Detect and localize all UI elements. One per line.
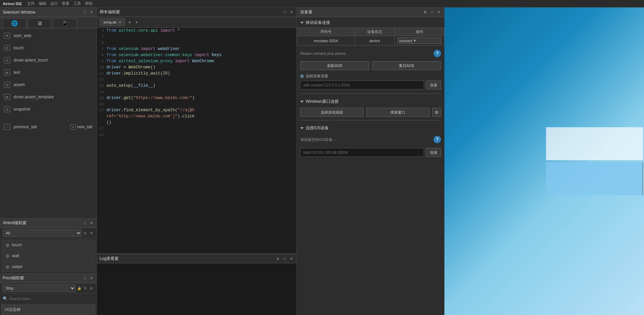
divider-1 xyxy=(300,94,441,94)
col-status: 设备状态 xyxy=(355,28,395,36)
code-line-6: 6 xyxy=(97,40,296,46)
poco-close-icon[interactable]: ✕ xyxy=(89,276,94,281)
menu-help[interactable]: 帮助 xyxy=(85,1,92,6)
restart-adb-btn[interactable]: 重启ADB xyxy=(372,61,441,70)
search-window-btn[interactable]: 搜索窗口 xyxy=(366,108,429,117)
connect-dropdown[interactable]: connect ▾ xyxy=(397,37,441,44)
editor-close-icon[interactable]: ✕ xyxy=(289,10,294,15)
ios-please-connect-row: 请连接您的iOS设备... ? xyxy=(297,133,444,146)
help-circle-mobile[interactable]: ? xyxy=(434,50,441,57)
divider-2 xyxy=(300,120,441,120)
log-viewer: Log查看窗 ⏸ □ ✕ xyxy=(97,254,296,315)
airtest-refresh-icon[interactable]: ↻ xyxy=(89,231,94,235)
connect-label: connect xyxy=(399,39,412,43)
poco-filter-select[interactable]: Stop xyxy=(3,284,75,292)
adb-buttons: 刷新ADB 重启ADB xyxy=(297,60,444,71)
ios-connect-btn[interactable]: 连接 xyxy=(426,148,441,157)
selenium-item-snapshot[interactable]: ◎ snapshot xyxy=(0,103,97,115)
airtest-filter-select[interactable]: All xyxy=(3,229,82,237)
device-minimize-icon[interactable]: □ xyxy=(429,10,434,15)
log-close-icon[interactable]: ✕ xyxy=(289,256,294,261)
code-line-15: 15 driver.get("https://www.baidu.com/") xyxy=(97,95,296,101)
poco-search-input[interactable] xyxy=(9,295,94,302)
selenium-item-text[interactable]: ▤ song.air text xyxy=(0,66,97,79)
selenium-item-previous-tab[interactable]: ← previous_tab + new_tab xyxy=(0,121,97,133)
airtest-wait-icon: ◎ xyxy=(6,253,9,258)
tab-monitor[interactable]: 🖥 xyxy=(28,18,52,28)
poco-panel: Poco辅助窗 □ ✕ Stop 🔒 ↻ ⎘ 🔍 UI渲染树 xyxy=(0,273,97,315)
poco-lock-icon[interactable]: 🔒 xyxy=(77,286,82,291)
editor-title: 脚本编辑窗 xyxy=(100,9,120,15)
device-window: 设备窗 ⊞ □ ✕ 移动设备连接 序列号 设备状态 操作 xyxy=(297,7,444,315)
airtest-item-wait[interactable]: ◎ wait xyxy=(1,251,95,261)
airtest-item-touch[interactable]: ◎ touch xyxy=(1,240,95,250)
code-line-18: 17 xyxy=(97,126,296,132)
remote-connect-btn[interactable]: 连接 xyxy=(426,81,441,89)
selenium-list: ✉ start_web ◎ touch ◎ driver.airtest_tou… xyxy=(0,28,97,218)
ios-remote-section: 连接 xyxy=(297,146,444,159)
device-reset-icon[interactable]: ⊞ xyxy=(423,10,427,15)
code-line-16: 16 xyxy=(97,101,296,107)
editor-tab-song[interactable]: song.air ✕ xyxy=(100,18,125,26)
minimize-icon[interactable]: □ xyxy=(82,10,87,15)
device-window-title: 设备窗 xyxy=(300,9,312,15)
close-icon[interactable]: ✕ xyxy=(89,10,94,15)
device-close-icon[interactable]: ✕ xyxy=(436,10,441,15)
selenium-item-start_web[interactable]: ✉ start_web xyxy=(0,30,97,42)
poco-tree-item[interactable]: UI渲染树 xyxy=(1,305,95,314)
menu-run[interactable]: 运行 xyxy=(50,1,58,6)
windows-extra-icon[interactable]: ⊞ xyxy=(432,108,441,117)
refresh-adb-btn[interactable]: 刷新ADB xyxy=(300,61,369,70)
ios-section-title: 连接iOS设备 xyxy=(297,122,444,133)
menu-tools[interactable]: 工具 xyxy=(73,1,81,6)
editor-add-tab-icon[interactable]: + xyxy=(127,20,132,24)
menu-edit[interactable]: 编辑 xyxy=(39,1,46,6)
remote-label: 远程设备连接 xyxy=(300,73,441,79)
poco-minimize-icon[interactable]: □ xyxy=(82,276,87,281)
editor-header: 脚本编辑窗 □ ✕ xyxy=(97,7,296,17)
remote-input-field[interactable] xyxy=(300,81,424,89)
device-action[interactable]: connect ▾ xyxy=(395,36,444,46)
assert-template-icon: ▤ xyxy=(4,94,10,100)
script-editor: 脚本编辑窗 □ ✕ song.air ✕ + ▾ 4 from airtest.… xyxy=(97,7,296,254)
poco-refresh-icon[interactable]: ↻ xyxy=(83,286,88,291)
tab-mobile[interactable]: 📱 xyxy=(53,18,77,28)
selenium-window-title: Selenium Window xyxy=(3,10,35,15)
windows-conn-buttons: 选择游戏画面 搜索窗口 ⊞ xyxy=(297,106,444,118)
airtest-copy-icon[interactable]: ⎘ xyxy=(83,231,88,235)
snapshot-icon: ◎ xyxy=(4,106,10,112)
middle-panel: 脚本编辑窗 □ ✕ song.air ✕ + ▾ 4 from airtest.… xyxy=(97,7,296,315)
airtest-close-icon[interactable]: ✕ xyxy=(89,221,94,226)
code-line-13: 13 auto_setup(__file__) xyxy=(97,83,296,89)
tab-close-icon[interactable]: ✕ xyxy=(119,20,121,24)
log-content xyxy=(97,263,296,315)
selenium-window-header: Selenium Window □ ✕ xyxy=(0,7,97,17)
radio-icon xyxy=(300,74,304,78)
airtest-item-swipe[interactable]: ◎ swipe xyxy=(1,262,95,272)
table-row: emulator-5554 device connect ▾ xyxy=(297,36,444,46)
menu-file[interactable]: 文件 xyxy=(27,1,35,6)
code-line-19: 18 xyxy=(97,132,296,138)
selenium-item-driver-assert-template[interactable]: ▤ driver.assert_template xyxy=(0,91,97,103)
ios-input-field[interactable] xyxy=(300,148,424,157)
log-pause-icon[interactable]: ⏸ xyxy=(275,256,280,261)
poco-panel-header: Poco辅助窗 □ ✕ xyxy=(0,273,97,283)
select-game-btn[interactable]: 选择游戏画面 xyxy=(300,108,363,117)
poco-copy-icon[interactable]: ⎘ xyxy=(89,286,94,291)
tab-globe[interactable]: 🌐 xyxy=(3,18,27,28)
editor-more-icon[interactable]: ▾ xyxy=(134,20,139,24)
please-connect-text: Please connect your phone... xyxy=(300,51,349,55)
log-minimize-icon[interactable]: □ xyxy=(282,256,287,261)
airtest-minimize-icon[interactable]: □ xyxy=(82,221,87,226)
selenium-item-assert[interactable]: ◎ assert xyxy=(0,79,97,91)
editor-minimize-icon[interactable]: □ xyxy=(282,10,287,15)
mobile-section-title: 移动设备连接 xyxy=(297,17,444,28)
menu-view[interactable]: 查看 xyxy=(62,1,69,6)
selenium-item-driver-airtest-touch[interactable]: ◎ driver.airtest_touch xyxy=(0,54,97,66)
selenium-item-touch[interactable]: ◎ touch xyxy=(0,42,97,54)
poco-tree-label: UI渲染树 xyxy=(4,307,21,313)
help-circle-ios[interactable]: ? xyxy=(434,136,441,143)
airtest-swipe-icon: ◎ xyxy=(6,264,9,269)
log-viewer-title: Log查看窗 xyxy=(100,256,119,262)
selenium-item-label: assert xyxy=(14,82,25,87)
